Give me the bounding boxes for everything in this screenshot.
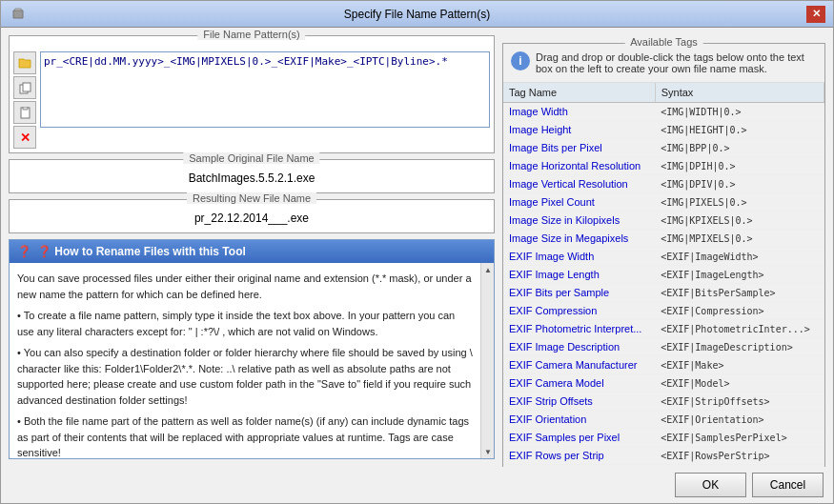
tag-syntax-cell: <EXIF|Orientation> — [655, 411, 824, 429]
tag-syntax-cell: <IMG|HEIGHT|0.> — [655, 121, 824, 139]
tag-name-cell[interactable]: Image Vertical Resolution — [503, 175, 655, 193]
sample-original-box: Sample Original File Name BatchImages.5.… — [9, 159, 495, 193]
svg-rect-3 — [23, 107, 28, 110]
table-row[interactable]: EXIF Camera Model<EXIF|Model> — [503, 374, 824, 393]
tag-syntax-cell: <IMG|PIXELS|0.> — [655, 193, 824, 212]
available-tags-legend: Available Tags — [624, 36, 703, 48]
tag-syntax-cell: <EXIF|RowsPerStrip> — [655, 447, 824, 465]
tag-name-cell[interactable]: Image Pixel Count — [503, 193, 655, 212]
tag-syntax-cell: <IMG|WIDTH|0.> — [655, 103, 824, 121]
ok-button[interactable]: OK — [675, 473, 746, 497]
table-row[interactable]: Image Horizontal Resolution<IMG|DPIH|0.> — [503, 157, 824, 175]
dialog-title: Specify File Name Pattern(s) — [28, 8, 806, 21]
tag-syntax-cell: <EXIF|ImageLength> — [655, 266, 824, 284]
table-row[interactable]: EXIF Orientation<EXIF|Orientation> — [503, 411, 824, 429]
scroll-down-arrow[interactable]: ▼ — [481, 445, 494, 458]
tag-syntax-cell: <EXIF|PhotometricInter...> — [655, 320, 824, 338]
pattern-buttons: ✕ — [13, 51, 36, 149]
tag-syntax-cell: <IMG|BPP|0.> — [655, 139, 824, 157]
tag-syntax-cell: <EXIF|StripByteCounts> — [655, 465, 824, 468]
tag-name-cell[interactable]: Image Height — [503, 121, 655, 139]
folder-btn[interactable] — [13, 51, 36, 74]
title-bar: Specify File Name Pattern(s) ✕ — [1, 1, 833, 28]
tag-name-cell[interactable]: EXIF Image Description — [503, 338, 655, 356]
dialog: Specify File Name Pattern(s) ✕ File Name… — [0, 0, 834, 504]
table-row[interactable]: EXIF Strip Offsets<EXIF|StripOffsets> — [503, 393, 824, 411]
tag-syntax-cell: <EXIF|SamplesPerPixel> — [655, 429, 824, 447]
tag-name-cell[interactable]: EXIF Photometric Interpret... — [503, 320, 655, 338]
table-row[interactable]: Image Height<IMG|HEIGHT|0.> — [503, 121, 824, 139]
table-row[interactable]: EXIF Bits per Sample<EXIF|BitsPerSample> — [503, 284, 824, 302]
table-row[interactable]: EXIF Compression<EXIF|Compression> — [503, 302, 824, 320]
sample-original-text: BatchImages.5.5.2.1.exe — [15, 170, 488, 187]
tag-name-cell[interactable]: EXIF Compression — [503, 302, 655, 320]
result-legend: Resulting New File Name — [187, 192, 316, 204]
tag-name-cell[interactable]: EXIF Image Length — [503, 266, 655, 284]
tag-name-cell[interactable]: Image Horizontal Resolution — [503, 157, 655, 175]
col-syntax: Syntax — [655, 83, 824, 103]
tag-name-cell[interactable]: EXIF Orientation — [503, 411, 655, 429]
tags-table-container: Tag Name Syntax Image Width<IMG|WIDTH|0.… — [503, 83, 824, 467]
table-row[interactable]: Image Width<IMG|WIDTH|0.> — [503, 103, 824, 121]
tag-syntax-cell: <IMG|KPIXELS|0.> — [655, 212, 824, 230]
table-row[interactable]: EXIF Image Description<EXIF|ImageDescrip… — [503, 338, 824, 356]
svg-rect-1 — [23, 83, 31, 91]
tag-name-cell[interactable]: EXIF Samples per Pixel — [503, 429, 655, 447]
tag-name-cell[interactable]: EXIF Strip Offsets — [503, 393, 655, 411]
main-content: File Name Pattern(s) ✕ — [1, 28, 833, 467]
table-row[interactable]: EXIF Photometric Interpret...<EXIF|Photo… — [503, 320, 824, 338]
left-panel: File Name Pattern(s) ✕ — [9, 35, 495, 459]
tag-name-cell[interactable]: Image Size in Kilopixels — [503, 212, 655, 230]
result-box: Resulting New File Name pr_22.12.2014___… — [9, 199, 495, 233]
tag-name-cell[interactable]: EXIF Strip Byte Counts — [503, 465, 655, 468]
table-row[interactable]: Image Pixel Count<IMG|PIXELS|0.> — [503, 193, 824, 212]
tag-syntax-cell: <IMG|MPIXELS|0.> — [655, 230, 824, 248]
howto-line: • To create a file name pattern, simply … — [17, 308, 473, 339]
table-row[interactable]: Image Size in Kilopixels<IMG|KPIXELS|0.> — [503, 212, 824, 230]
info-icon: i — [511, 51, 530, 71]
tag-name-cell[interactable]: EXIF Image Width — [503, 248, 655, 266]
cancel-button[interactable]: Cancel — [752, 473, 824, 497]
sample-original-legend: Sample Original File Name — [183, 152, 319, 164]
table-row[interactable]: EXIF Camera Manufacturer<EXIF|Make> — [503, 356, 824, 374]
tag-name-cell[interactable]: EXIF Bits per Sample — [503, 284, 655, 302]
tag-syntax-cell: <IMG|DPIV|0.> — [655, 175, 824, 193]
tag-syntax-cell: <EXIF|ImageWidth> — [655, 248, 824, 266]
title-bar-icon — [9, 8, 28, 21]
right-panel: Available Tags i Drag and drop or double… — [502, 35, 825, 459]
table-row[interactable]: EXIF Samples per Pixel<EXIF|SamplesPerPi… — [503, 429, 824, 447]
tag-name-cell[interactable]: Image Bits per Pixel — [503, 139, 655, 157]
table-row[interactable]: EXIF Strip Byte Counts<EXIF|StripByteCou… — [503, 465, 824, 468]
available-tags-box: Available Tags i Drag and drop or double… — [502, 43, 825, 467]
tag-name-cell[interactable]: EXIF Rows per Strip — [503, 447, 655, 465]
tag-name-cell[interactable]: Image Width — [503, 103, 655, 121]
col-tag-name: Tag Name — [503, 83, 655, 103]
pattern-area: ✕ — [13, 51, 490, 149]
howto-line: You can save processed files under eithe… — [17, 271, 473, 302]
howto-line: • You can also specify a destination fol… — [17, 345, 473, 408]
table-row[interactable]: Image Vertical Resolution<IMG|DPIV|0.> — [503, 175, 824, 193]
clear-btn[interactable]: ✕ — [13, 126, 36, 149]
file-name-patterns-box: File Name Pattern(s) ✕ — [9, 35, 495, 153]
table-row[interactable]: Image Bits per Pixel<IMG|BPP|0.> — [503, 139, 824, 157]
table-row[interactable]: EXIF Image Length<EXIF|ImageLength> — [503, 266, 824, 284]
paste-btn[interactable] — [13, 101, 36, 124]
howto-scrollbar[interactable]: ▲ ▼ — [480, 263, 494, 458]
tag-syntax-cell: <IMG|DPIH|0.> — [655, 157, 824, 175]
tag-name-cell[interactable]: EXIF Camera Manufacturer — [503, 356, 655, 374]
footer: OK Cancel — [1, 467, 833, 503]
tag-syntax-cell: <EXIF|StripOffsets> — [655, 393, 824, 411]
table-row[interactable]: EXIF Rows per Strip<EXIF|RowsPerStrip> — [503, 447, 824, 465]
tags-table: Tag Name Syntax Image Width<IMG|WIDTH|0.… — [503, 83, 824, 467]
pattern-input[interactable] — [40, 51, 490, 128]
scroll-up-arrow[interactable]: ▲ — [481, 263, 494, 276]
table-row[interactable]: EXIF Image Width<EXIF|ImageWidth> — [503, 248, 824, 266]
close-button[interactable]: ✕ — [806, 6, 825, 23]
howto-box: ❓ ❓ How to Rename Files with this Tool Y… — [9, 239, 495, 459]
howto-header: ❓ ❓ How to Rename Files with this Tool — [10, 240, 494, 263]
copy-btn[interactable] — [13, 76, 36, 99]
tag-name-cell[interactable]: EXIF Camera Model — [503, 374, 655, 393]
tag-syntax-cell: <EXIF|Model> — [655, 374, 824, 393]
tag-name-cell[interactable]: Image Size in Megapixels — [503, 230, 655, 248]
table-row[interactable]: Image Size in Megapixels<IMG|MPIXELS|0.> — [503, 230, 824, 248]
